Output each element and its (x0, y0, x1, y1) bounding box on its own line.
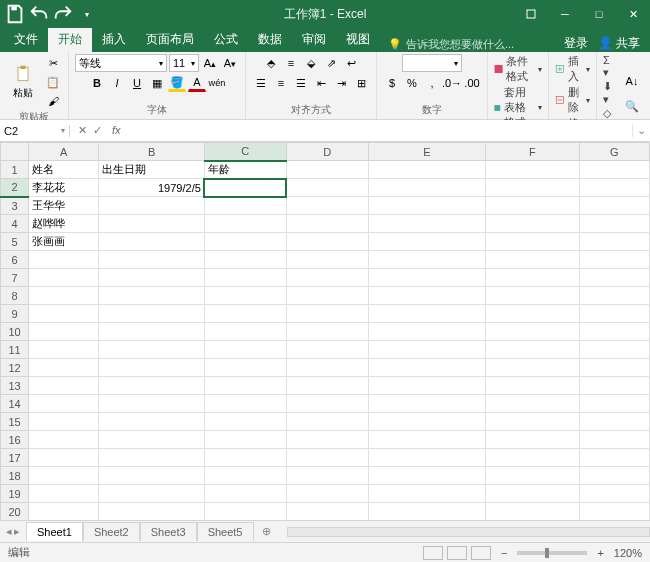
cell[interactable] (485, 485, 579, 503)
cell[interactable] (204, 413, 286, 431)
cell[interactable] (368, 485, 485, 503)
cell[interactable] (579, 251, 649, 269)
cell[interactable] (286, 215, 368, 233)
cell[interactable] (29, 341, 99, 359)
cell[interactable] (579, 161, 649, 179)
cell[interactable] (204, 323, 286, 341)
cell[interactable] (485, 359, 579, 377)
select-all-corner[interactable] (1, 143, 29, 161)
cell[interactable] (99, 467, 204, 485)
cell[interactable] (579, 413, 649, 431)
cell[interactable] (579, 467, 649, 485)
cell[interactable] (29, 251, 99, 269)
cell[interactable] (99, 287, 204, 305)
tab-layout[interactable]: 页面布局 (136, 27, 204, 52)
cell[interactable] (99, 305, 204, 323)
row-header[interactable]: 16 (1, 431, 29, 449)
cell[interactable] (579, 395, 649, 413)
cell[interactable] (29, 287, 99, 305)
row-header[interactable]: 4 (1, 215, 29, 233)
cell[interactable] (368, 413, 485, 431)
cell[interactable] (368, 305, 485, 323)
cell[interactable] (204, 269, 286, 287)
cell[interactable] (29, 413, 99, 431)
cell[interactable] (99, 377, 204, 395)
cell[interactable] (204, 341, 286, 359)
cell[interactable] (99, 431, 204, 449)
view-normal-icon[interactable] (423, 546, 443, 560)
italic-button[interactable]: I (108, 74, 126, 92)
cell[interactable] (286, 269, 368, 287)
cell[interactable] (368, 359, 485, 377)
cell[interactable] (99, 215, 204, 233)
align-right-icon[interactable]: ☰ (292, 74, 310, 92)
zoom-in-icon[interactable]: + (597, 547, 603, 559)
cell[interactable] (368, 233, 485, 251)
cell[interactable] (204, 467, 286, 485)
new-sheet-button[interactable]: ⊕ (254, 525, 279, 538)
spreadsheet-grid[interactable]: ABCDEFG1姓名出生日期年龄2李花花1979/2/53王华华4赵哗哗5张画画… (0, 142, 650, 520)
cell[interactable] (286, 485, 368, 503)
zoom-slider[interactable] (517, 551, 587, 555)
cell[interactable] (99, 341, 204, 359)
cell[interactable] (579, 197, 649, 215)
cell[interactable] (29, 485, 99, 503)
row-header[interactable]: 11 (1, 341, 29, 359)
cell[interactable] (29, 449, 99, 467)
cell[interactable] (579, 305, 649, 323)
column-header[interactable]: D (286, 143, 368, 161)
cell[interactable] (579, 287, 649, 305)
sheet-tab[interactable]: Sheet1 (26, 522, 83, 541)
cell[interactable] (99, 197, 204, 215)
sheet-tab[interactable]: Sheet2 (83, 522, 140, 541)
zoom-level[interactable]: 120% (614, 547, 642, 559)
decrease-font-icon[interactable]: A▾ (221, 54, 239, 72)
fill-color-button[interactable]: 🪣 (168, 74, 186, 92)
minimize-icon[interactable]: ─ (548, 0, 582, 28)
cell[interactable] (29, 395, 99, 413)
row-header[interactable]: 13 (1, 377, 29, 395)
cut-icon[interactable]: ✂ (44, 54, 62, 72)
cell[interactable] (485, 467, 579, 485)
name-box[interactable]: C2▾ (0, 125, 70, 137)
row-header[interactable]: 19 (1, 485, 29, 503)
autosum-button[interactable]: Σ ▾ (603, 54, 612, 79)
formula-input[interactable] (129, 120, 632, 141)
cell[interactable] (485, 215, 579, 233)
column-header[interactable]: F (485, 143, 579, 161)
cell[interactable] (99, 413, 204, 431)
bold-button[interactable]: B (88, 74, 106, 92)
row-header[interactable]: 14 (1, 395, 29, 413)
login-link[interactable]: 登录 (564, 35, 588, 52)
tab-review[interactable]: 审阅 (292, 27, 336, 52)
cell[interactable] (579, 341, 649, 359)
increase-decimal-icon[interactable]: .0→ (443, 74, 461, 92)
row-header[interactable]: 17 (1, 449, 29, 467)
cancel-formula-icon[interactable]: ✕ (78, 124, 87, 137)
cell[interactable] (204, 377, 286, 395)
align-bottom-icon[interactable]: ⬙ (302, 54, 320, 72)
cell[interactable] (99, 233, 204, 251)
cell[interactable]: 赵哗哗 (29, 215, 99, 233)
comma-icon[interactable]: , (423, 74, 441, 92)
cell[interactable] (99, 359, 204, 377)
decrease-indent-icon[interactable]: ⇤ (312, 74, 330, 92)
cell[interactable] (485, 323, 579, 341)
row-header[interactable]: 10 (1, 323, 29, 341)
cell[interactable] (579, 503, 649, 521)
row-header[interactable]: 6 (1, 251, 29, 269)
cell[interactable] (368, 215, 485, 233)
percent-icon[interactable]: % (403, 74, 421, 92)
row-header[interactable]: 3 (1, 197, 29, 215)
sheet-nav-first-icon[interactable]: ◂ (6, 525, 12, 538)
increase-font-icon[interactable]: A▴ (201, 54, 219, 72)
cell[interactable] (286, 161, 368, 179)
cell[interactable] (286, 359, 368, 377)
column-header[interactable]: E (368, 143, 485, 161)
tab-insert[interactable]: 插入 (92, 27, 136, 52)
align-middle-icon[interactable]: ≡ (282, 54, 300, 72)
cell[interactable] (485, 503, 579, 521)
cell[interactable] (29, 377, 99, 395)
cell[interactable] (204, 485, 286, 503)
cell[interactable]: 李花花 (29, 179, 99, 197)
